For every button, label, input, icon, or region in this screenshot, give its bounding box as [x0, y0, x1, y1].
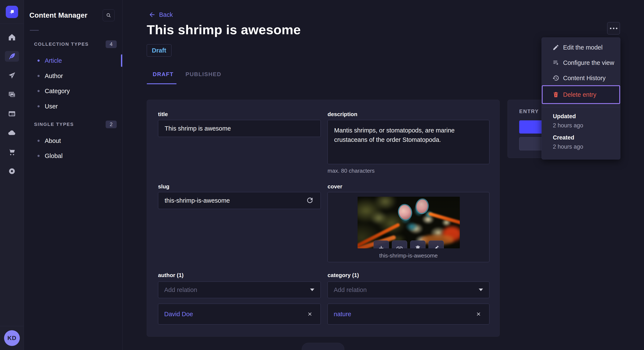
description-field-label: description — [328, 111, 357, 118]
menu-divider — [542, 107, 620, 107]
menu-item-label: Configure the view — [563, 59, 614, 66]
created-value: 2 hours ago — [553, 144, 583, 150]
sidebar-item-article[interactable]: Article — [38, 54, 62, 67]
nav-settings[interactable] — [0, 162, 24, 181]
home-icon — [8, 33, 16, 41]
menu-item-label: Content History — [563, 75, 606, 82]
search-button[interactable] — [103, 9, 114, 21]
chevron-down-icon — [478, 288, 483, 291]
relation-link-author[interactable]: David Doe — [164, 311, 193, 318]
user-avatar[interactable]: KD — [4, 330, 20, 346]
bullet-icon — [38, 90, 40, 92]
regenerate-slug-button[interactable] — [306, 196, 314, 205]
title-divider — [30, 30, 39, 31]
nav-marketplace[interactable] — [0, 143, 24, 162]
entry-panel-title: ENTRY — [519, 108, 539, 114]
rail-footer: KD — [0, 326, 24, 350]
main-nav-rail: KD — [0, 0, 24, 350]
copy-link-button[interactable] — [392, 240, 407, 248]
edit-asset-button[interactable] — [428, 240, 444, 248]
author-relation-row: David Doe — [158, 304, 321, 325]
category-field-label: category (1) — [328, 272, 359, 279]
layout-icon — [8, 110, 16, 118]
active-tab-underline — [147, 83, 176, 84]
sidebar-item-label: About — [45, 137, 61, 144]
more-actions-menu: Edit the model Configure the view Conten… — [542, 37, 620, 160]
strapi-logo-icon — [8, 8, 16, 15]
sidebar-item-global[interactable]: Global — [38, 150, 62, 162]
section-count-badge: 2 — [106, 121, 117, 128]
nav-content-type-builder[interactable] — [0, 104, 24, 123]
bottom-peek-panel — [302, 343, 344, 350]
sidebar-item-category[interactable]: Category — [38, 85, 70, 97]
dot — [616, 28, 618, 29]
menu-item-label: Edit the model — [563, 44, 602, 51]
history-clock-icon — [552, 75, 559, 81]
slug-input[interactable] — [158, 192, 321, 209]
updated-value: 2 hours ago — [553, 122, 583, 129]
page-title: This shrimp is awesome — [147, 22, 301, 37]
sidebar-item-user[interactable]: User — [38, 100, 58, 113]
bullet-icon — [38, 155, 40, 157]
bullet-icon — [38, 105, 40, 107]
nav-content-manager[interactable] — [0, 47, 24, 66]
author-add-relation-combobox[interactable]: Add relation — [158, 282, 321, 298]
bullet-icon — [38, 140, 40, 142]
remove-category-relation-button[interactable] — [474, 309, 483, 319]
section-collection-types: COLLECTION TYPES 4 — [34, 40, 117, 48]
cover-image[interactable] — [358, 197, 460, 248]
tab-published[interactable]: PUBLISHED — [180, 68, 227, 80]
menu-item-label: Delete entry — [563, 91, 596, 98]
combobox-placeholder: Add relation — [334, 286, 367, 293]
remove-author-relation-button[interactable] — [305, 309, 314, 319]
updated-label: Updated — [553, 113, 576, 120]
nav-releases[interactable] — [0, 66, 24, 85]
author-field-label: author (1) — [158, 272, 184, 279]
sidebar-item-author[interactable]: Author — [38, 70, 63, 82]
logo-cell — [0, 0, 24, 24]
trash-icon — [415, 245, 421, 248]
pencil-icon — [552, 44, 559, 51]
title-field-label: title — [158, 111, 168, 118]
relation-link-category[interactable]: nature — [334, 311, 351, 318]
cover-action-bar — [374, 240, 444, 248]
tab-draft[interactable]: DRAFT — [147, 68, 180, 80]
rail-nav — [0, 24, 24, 181]
menu-item-configure-view[interactable]: Configure the view — [542, 55, 620, 70]
category-add-relation-combobox[interactable]: Add relation — [328, 282, 490, 298]
sidebar-item-label: Author — [45, 72, 63, 80]
active-nav-tile — [5, 51, 19, 62]
chevron-down-icon — [310, 288, 314, 291]
images-icon — [8, 90, 16, 99]
menu-item-content-history[interactable]: Content History — [542, 70, 620, 86]
delete-asset-button[interactable] — [410, 240, 426, 248]
sidebar-header: Content Manager — [24, 0, 122, 21]
search-icon — [106, 12, 112, 18]
add-asset-button[interactable] — [374, 240, 389, 248]
menu-item-edit-model[interactable]: Edit the model — [542, 40, 620, 55]
slug-field-label: slug — [158, 183, 169, 190]
description-hint: max. 80 characters — [328, 168, 374, 174]
arrow-left-icon — [148, 11, 156, 18]
nav-home[interactable] — [0, 28, 24, 47]
sidebar-item-about[interactable]: About — [38, 135, 61, 147]
description-textarea[interactable]: Mantis shrimps, or stomatopods, are mari… — [328, 120, 490, 164]
app-window: KD Content Manager COLLECTION TYPES 4 Ar… — [0, 0, 644, 350]
section-label: SINGLE TYPES — [34, 122, 74, 127]
sidebar-item-label: Article — [45, 57, 62, 64]
more-actions-button[interactable] — [607, 22, 620, 34]
pencil-icon — [433, 245, 439, 248]
menu-item-delete-entry[interactable]: Delete entry — [542, 85, 620, 104]
cover-filename: this-shrimp-is-awesome — [328, 252, 489, 259]
title-input[interactable] — [158, 120, 321, 137]
refresh-icon — [306, 196, 314, 204]
strapi-logo[interactable] — [6, 6, 18, 18]
back-link[interactable]: Back — [148, 11, 173, 18]
entry-form-card: title description Mantis shrimps, or sto… — [147, 100, 500, 337]
sidebar-item-label: Category — [45, 88, 70, 95]
nav-deploy[interactable] — [0, 123, 24, 143]
nav-media-library[interactable] — [0, 85, 24, 104]
combobox-placeholder: Add relation — [164, 286, 197, 293]
close-icon — [476, 311, 481, 317]
sidebar-item-label: Global — [45, 153, 62, 160]
